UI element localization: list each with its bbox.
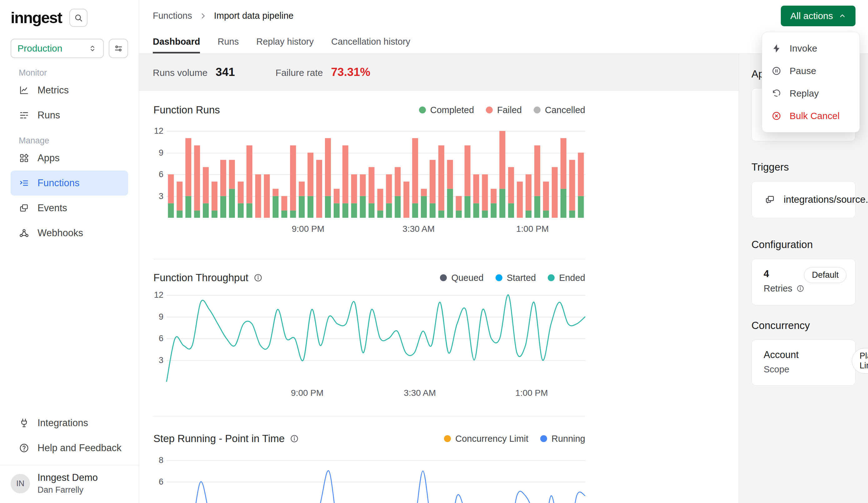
x-tick-label: 3:30 AM bbox=[404, 388, 436, 398]
environment-select[interactable]: Production bbox=[11, 39, 104, 58]
sidebar-item-webhooks[interactable]: Webhooks bbox=[11, 220, 128, 246]
concurrency-card: Account Scope 1000 Limit Plan Limit bbox=[752, 340, 856, 386]
tab-runs[interactable]: Runs bbox=[217, 37, 239, 53]
legend-label: Started bbox=[507, 273, 536, 283]
y-tick-label: 6 bbox=[150, 477, 163, 487]
y-tick-label: 6 bbox=[150, 333, 163, 343]
chart-legend: QueuedStartedEnded bbox=[440, 273, 585, 283]
chart-legend: CompletedFailedCancelled bbox=[419, 105, 585, 115]
sidebar-item-help[interactable]: Help and Feedback bbox=[11, 435, 128, 461]
x-tick-label: 9:00 PM bbox=[291, 388, 323, 398]
legend-label: Concurrency Limit bbox=[455, 434, 528, 444]
failure-rate-value: 73.31% bbox=[331, 65, 371, 79]
menu-item-label: Invoke bbox=[789, 43, 817, 54]
trigger-card[interactable]: integrations/source.connected bbox=[752, 181, 856, 218]
x-tick-label: 9:00 PM bbox=[292, 224, 324, 234]
sidebar-item-apps[interactable]: Apps bbox=[11, 146, 128, 171]
sidebar-item-label: Webhooks bbox=[38, 227, 83, 239]
sidebar-item-metrics[interactable]: Metrics bbox=[11, 78, 128, 103]
tab-replay-history[interactable]: Replay history bbox=[256, 37, 314, 53]
charts-column: Function Runs CompletedFailedCancelled 1… bbox=[139, 91, 600, 503]
function-throughput-plot: 12963 bbox=[166, 295, 585, 382]
sidebar-footer: Integrations Help and Feedback IN Innges… bbox=[11, 411, 128, 503]
sidebar-item-label: Integrations bbox=[38, 418, 88, 429]
legend-item: Queued bbox=[440, 273, 483, 283]
help-circle-icon bbox=[19, 443, 29, 453]
chart-header: Step Running - Point in Time Concurrency… bbox=[153, 431, 585, 446]
legend-label: Completed bbox=[430, 105, 474, 115]
sidebar-item-runs[interactable]: Runs bbox=[11, 103, 128, 128]
legend-dot-icon bbox=[534, 106, 540, 113]
search-button[interactable] bbox=[69, 9, 87, 27]
x-axis: 9:00 PM3:30 AM1:00 PM bbox=[166, 218, 585, 259]
menu-item-invoke[interactable]: Invoke bbox=[762, 37, 860, 60]
x-tick-label: 1:00 PM bbox=[516, 224, 549, 234]
legend-label: Queued bbox=[451, 273, 483, 283]
bolt-icon bbox=[772, 43, 782, 53]
tab-cancellation-history[interactable]: Cancellation history bbox=[331, 37, 410, 53]
failure-rate-label: Failure rate bbox=[276, 68, 323, 78]
concurrency-heading: Concurrency bbox=[752, 320, 856, 331]
sidebar-item-functions[interactable]: Functions bbox=[11, 171, 128, 196]
menu-item-label: Pause bbox=[789, 65, 816, 76]
all-actions-button[interactable]: All actions bbox=[781, 6, 856, 26]
legend-item: Cancelled bbox=[534, 105, 585, 115]
plug-icon bbox=[19, 418, 29, 428]
avatar: IN bbox=[11, 474, 30, 493]
y-tick-label: 8 bbox=[150, 455, 163, 465]
y-tick-label: 9 bbox=[150, 148, 163, 158]
sliders-icon bbox=[114, 44, 123, 53]
search-icon bbox=[74, 13, 83, 22]
legend-dot-icon bbox=[444, 435, 451, 442]
environment-name: Production bbox=[18, 43, 62, 54]
metrics-icon bbox=[19, 85, 29, 95]
user-subtitle: Dan Farrelly bbox=[38, 485, 98, 495]
main-area: Functions Import data pipeline Dashboard… bbox=[139, 0, 868, 503]
info-icon[interactable] bbox=[254, 273, 263, 283]
functions-icon bbox=[19, 178, 29, 188]
chart-title: Step Running - Point in Time bbox=[153, 433, 285, 444]
y-tick-label: 3 bbox=[150, 356, 163, 365]
legend-item: Failed bbox=[486, 105, 522, 115]
sidebar-item-events[interactable]: Events bbox=[11, 196, 128, 220]
step-running-section: Step Running - Point in Time Concurrency… bbox=[153, 417, 585, 503]
all-actions-menu: Invoke Pause Replay Bulk Cancel bbox=[762, 32, 860, 132]
y-tick-label: 3 bbox=[150, 192, 163, 201]
y-tick-label: 12 bbox=[150, 126, 163, 136]
legend-item: Concurrency Limit bbox=[444, 434, 528, 444]
legend-label: Ended bbox=[559, 273, 585, 283]
event-copy-icon bbox=[764, 194, 775, 205]
legend-item: Running bbox=[540, 434, 585, 444]
menu-item-pause[interactable]: Pause bbox=[762, 60, 860, 82]
tab-dashboard[interactable]: Dashboard bbox=[153, 37, 200, 53]
legend-dot-icon bbox=[440, 274, 447, 281]
x-tick-label: 1:00 PM bbox=[515, 388, 548, 398]
runs-volume-label: Runs volume bbox=[153, 68, 207, 78]
pause-circle-icon bbox=[772, 66, 782, 76]
runs-volume-value: 341 bbox=[216, 65, 235, 79]
function-runs-plot: 12963 bbox=[166, 131, 585, 218]
sidebar-item-label: Events bbox=[38, 203, 67, 214]
menu-item-replay[interactable]: Replay bbox=[762, 82, 860, 105]
x-tick-label: 3:30 AM bbox=[402, 224, 435, 234]
user-profile[interactable]: IN Inngest Demo Dan Farrelly bbox=[11, 465, 128, 503]
breadcrumb-functions[interactable]: Functions bbox=[153, 11, 192, 21]
x-circle-icon bbox=[772, 111, 782, 121]
environment-settings-button[interactable] bbox=[109, 39, 128, 58]
menu-item-label: Replay bbox=[789, 88, 819, 99]
function-throughput-section: Function Throughput QueuedStartedEnded 1… bbox=[153, 259, 585, 417]
apps-grid-icon bbox=[19, 153, 29, 163]
legend-dot-icon bbox=[548, 274, 555, 281]
configuration-heading: Configuration bbox=[752, 239, 856, 250]
menu-item-bulk-cancel[interactable]: Bulk Cancel bbox=[762, 105, 860, 127]
function-runs-section: Function Runs CompletedFailedCancelled 1… bbox=[153, 91, 585, 259]
legend-dot-icon bbox=[496, 274, 503, 281]
page-header: Functions Import data pipeline Dashboard… bbox=[139, 0, 868, 54]
y-tick-label: 9 bbox=[150, 312, 163, 322]
chevron-updown-icon bbox=[88, 44, 97, 53]
sidebar-item-label: Metrics bbox=[38, 85, 69, 96]
info-icon[interactable] bbox=[796, 284, 805, 293]
info-icon[interactable] bbox=[290, 434, 299, 443]
sidebar-item-label: Help and Feedback bbox=[38, 442, 122, 454]
sidebar-item-integrations[interactable]: Integrations bbox=[11, 411, 128, 435]
